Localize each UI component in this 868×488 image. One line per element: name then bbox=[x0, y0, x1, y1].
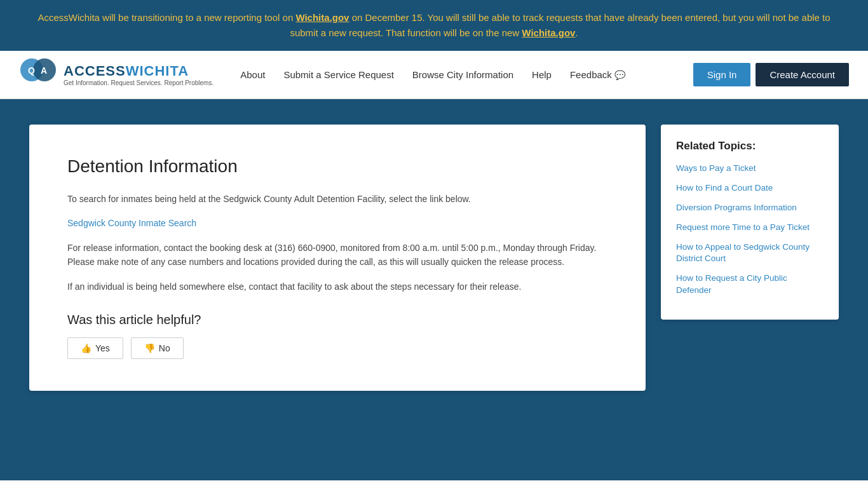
inmate-link-container: Sedgwick County Inmate Search bbox=[67, 216, 607, 230]
logo-area: Q A ACCESSWICHITA Get Information. Reque… bbox=[19, 57, 214, 92]
nav-help[interactable]: Help bbox=[524, 64, 559, 85]
logo-icon: Q A bbox=[19, 57, 57, 92]
feedback-icon: 💬 bbox=[614, 70, 625, 80]
helpful-buttons: Yes No bbox=[67, 337, 607, 359]
banner-link1[interactable]: Wichita.gov bbox=[295, 12, 349, 23]
sidebar-link-5[interactable]: How to Request a City Public Defender bbox=[676, 273, 787, 295]
sidebar-title: Related Topics: bbox=[676, 140, 824, 152]
banner-text-before-link1: AccessWichita will be transitioning to a… bbox=[37, 12, 295, 23]
list-item: Diversion Programs Information bbox=[676, 202, 824, 214]
helpful-title: Was this article helpful? bbox=[67, 313, 607, 327]
logo-tagline: Get Information. Request Services. Repor… bbox=[64, 79, 214, 86]
intro-paragraph: To search for inmates being held at the … bbox=[67, 192, 607, 206]
list-item: How to Appeal to Sedgwick County Distric… bbox=[676, 241, 824, 266]
list-item: Ways to Pay a Ticket bbox=[676, 163, 824, 175]
main-content-card: Detention Information To search for inma… bbox=[29, 125, 646, 391]
sidebar-links-list: Ways to Pay a Ticket How to Find a Court… bbox=[676, 163, 824, 297]
nav-service-request[interactable]: Submit a Service Request bbox=[276, 64, 401, 85]
sidebar-link-3[interactable]: Request more Time to a Pay Ticket bbox=[676, 222, 810, 232]
list-item: How to Request a City Public Defender bbox=[676, 273, 824, 297]
banner-text-end: . bbox=[575, 27, 578, 38]
logo-text: ACCESSWICHITA Get Information. Request S… bbox=[64, 63, 214, 86]
create-account-button[interactable]: Create Account bbox=[756, 63, 849, 86]
banner-link2[interactable]: Wichita.gov bbox=[522, 27, 575, 38]
announcement-banner: AccessWichita will be transitioning to a… bbox=[0, 0, 868, 51]
logo-wichita: WICHITA bbox=[126, 63, 189, 79]
svg-text:Q: Q bbox=[28, 65, 35, 76]
yes-button[interactable]: Yes bbox=[67, 337, 123, 359]
nav-about[interactable]: About bbox=[233, 64, 273, 85]
main-nav: About Submit a Service Request Browse Ci… bbox=[233, 64, 693, 85]
helpful-section: Was this article helpful? Yes No bbox=[67, 313, 607, 359]
sidebar-link-4[interactable]: How to Appeal to Sedgwick County Distric… bbox=[676, 242, 810, 264]
sidebar-card: Related Topics: Ways to Pay a Ticket How… bbox=[661, 125, 839, 320]
other-facility-paragraph: If an individual is being held somewhere… bbox=[67, 280, 607, 294]
nav-feedback[interactable]: Feedback 💬 bbox=[562, 64, 633, 85]
sidebar-link-2[interactable]: Diversion Programs Information bbox=[676, 203, 797, 212]
logo-name: ACCESSWICHITA bbox=[64, 63, 214, 79]
signin-button[interactable]: Sign In bbox=[693, 63, 751, 86]
site-header: Q A ACCESSWICHITA Get Information. Reque… bbox=[0, 51, 868, 99]
no-button[interactable]: No bbox=[131, 337, 184, 359]
nav-browse[interactable]: Browse City Information bbox=[405, 64, 521, 85]
list-item: Request more Time to a Pay Ticket bbox=[676, 222, 824, 234]
inmate-search-link[interactable]: Sedgwick County Inmate Search bbox=[67, 218, 196, 228]
thumbdown-icon bbox=[144, 343, 155, 353]
sidebar-link-0[interactable]: Ways to Pay a Ticket bbox=[676, 163, 756, 173]
release-info-paragraph: For release information, contact the boo… bbox=[67, 241, 607, 269]
logo-access: ACCESS bbox=[64, 63, 126, 79]
thumbup-icon bbox=[81, 343, 92, 353]
header-buttons: Sign In Create Account bbox=[693, 63, 849, 86]
svg-text:A: A bbox=[41, 65, 47, 76]
page-background: Detention Information To search for inma… bbox=[0, 99, 868, 480]
page-title: Detention Information bbox=[67, 156, 607, 177]
list-item: How to Find a Court Date bbox=[676, 182, 824, 194]
sidebar-link-1[interactable]: How to Find a Court Date bbox=[676, 183, 773, 193]
